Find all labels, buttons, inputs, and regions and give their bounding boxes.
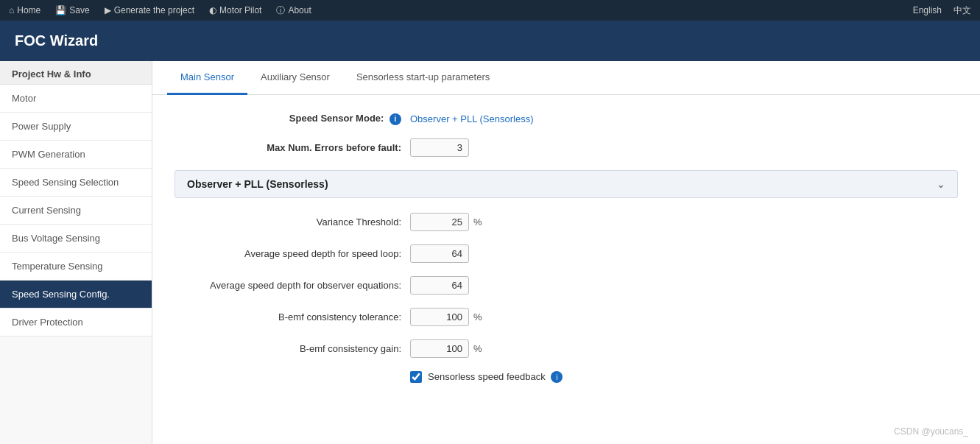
speed-sensor-mode-value: Observer + PLL (Sensorless)	[410, 113, 534, 124]
top-nav: ⌂ Home 💾 Save ▶ Generate the project ◐ M…	[0, 0, 980, 21]
content-area: Main Sensor Auxiliary Sensor Sensorless …	[152, 61, 980, 444]
sidebar-item-power-supply[interactable]: Power Supply	[0, 113, 152, 141]
sensorless-feedback-row: Sensorless speed feedback i	[175, 371, 958, 384]
sidebar-item-speed-sensing-selection[interactable]: Speed Sensing Selection	[0, 169, 152, 197]
variance-threshold-unit: %	[473, 216, 482, 228]
bemf-gain-row: B-emf consistency gain: %	[175, 339, 958, 358]
tab-auxiliary-sensor[interactable]: Auxiliary Sensor	[247, 61, 343, 95]
max-num-errors-row: Max Num. Errors before fault:	[175, 138, 958, 157]
app-header: FOC Wizard	[0, 21, 980, 61]
main-layout: Project Hw & Info Motor Power Supply PWM…	[0, 61, 980, 444]
bemf-tolerance-input[interactable]	[410, 308, 469, 326]
avg-speed-depth-loop-row: Average speed depth for speed loop:	[175, 244, 958, 263]
sidebar-item-current-sensing[interactable]: Current Sensing	[0, 197, 152, 225]
sensorless-feedback-checkbox[interactable]	[410, 371, 422, 383]
bemf-tolerance-unit: %	[473, 311, 482, 323]
variance-threshold-input[interactable]	[410, 213, 469, 231]
sidebar-item-temperature-sensing[interactable]: Temperature Sensing	[0, 253, 152, 281]
bemf-tolerance-row: B-emf consistency tolerance: %	[175, 308, 958, 326]
tab-main-sensor[interactable]: Main Sensor	[167, 61, 247, 95]
bemf-gain-input[interactable]	[410, 339, 469, 358]
nav-right: English 中文	[913, 4, 971, 17]
bemf-gain-label: B-emf consistency gain:	[175, 343, 410, 354]
sidebar-item-motor[interactable]: Motor	[0, 85, 152, 113]
nav-home[interactable]: ⌂ Home	[9, 5, 40, 15]
sidebar-section-header: Project Hw & Info	[0, 61, 152, 85]
avg-speed-depth-observer-row: Average speed depth for observer equatio…	[175, 276, 958, 295]
avg-speed-depth-observer-label: Average speed depth for observer equatio…	[175, 280, 410, 291]
variance-threshold-row: Variance Threshold: %	[175, 213, 958, 231]
form-content: Speed Sensor Mode: i Observer + PLL (Sen…	[152, 95, 980, 414]
avg-speed-depth-observer-input[interactable]	[410, 276, 469, 295]
tabs-bar: Main Sensor Auxiliary Sensor Sensorless …	[152, 61, 980, 95]
nav-motor-pilot[interactable]: ◐ Motor Pilot	[209, 5, 261, 15]
lang-english[interactable]: English	[913, 4, 942, 17]
speed-sensor-mode-row: Speed Sensor Mode: i Observer + PLL (Sen…	[175, 113, 958, 125]
sidebar: Project Hw & Info Motor Power Supply PWM…	[0, 61, 152, 444]
sidebar-item-speed-sensing-config[interactable]: Speed Sensing Config.	[0, 281, 152, 309]
speed-sensor-mode-info-icon[interactable]: i	[389, 113, 401, 125]
sensorless-feedback-info-icon[interactable]: i	[551, 371, 563, 383]
tab-sensorless-startup[interactable]: Sensorless start-up parameters	[343, 61, 503, 95]
sidebar-item-bus-voltage-sensing[interactable]: Bus Voltage Sensing	[0, 225, 152, 253]
nav-save[interactable]: 💾 Save	[55, 5, 89, 15]
sensorless-feedback-label: Sensorless speed feedback i	[428, 371, 563, 384]
nav-generate[interactable]: ▶ Generate the project	[105, 5, 194, 15]
avg-speed-depth-loop-label: Average speed depth for speed loop:	[175, 248, 410, 259]
speed-sensor-mode-label: Speed Sensor Mode: i	[175, 113, 410, 125]
avg-speed-depth-loop-input[interactable]	[410, 244, 469, 263]
lang-chinese[interactable]: 中文	[953, 4, 971, 17]
observer-pll-section[interactable]: Observer + PLL (Sensorless) ⌄	[175, 170, 958, 198]
variance-threshold-label: Variance Threshold:	[175, 216, 410, 228]
max-num-errors-input[interactable]	[410, 138, 469, 157]
sidebar-item-driver-protection[interactable]: Driver Protection	[0, 309, 152, 336]
sidebar-item-pwm-generation[interactable]: PWM Generation	[0, 141, 152, 169]
max-num-errors-label: Max Num. Errors before fault:	[175, 142, 410, 153]
bemf-gain-unit: %	[473, 343, 482, 354]
watermark: CSDN @youcans_	[894, 426, 968, 437]
app-title: FOC Wizard	[15, 32, 98, 49]
chevron-down-icon: ⌄	[937, 178, 945, 190]
nav-about[interactable]: ⓘ About	[276, 4, 311, 17]
bemf-tolerance-label: B-emf consistency tolerance:	[175, 311, 410, 323]
observer-pll-title: Observer + PLL (Sensorless)	[187, 178, 328, 190]
